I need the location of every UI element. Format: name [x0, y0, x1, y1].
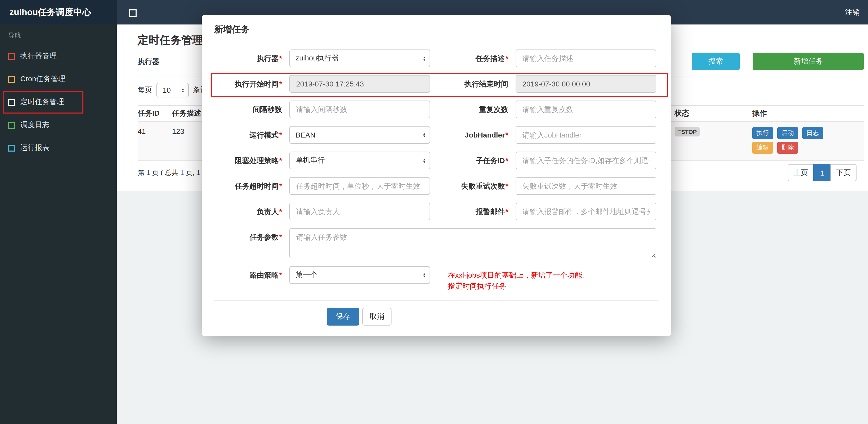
- end-time-input[interactable]: 2019-07-30 00:00:00: [516, 75, 656, 93]
- form-row: 执行器 zuihou执行器 ▲▼ 任务描述: [214, 50, 658, 67]
- retry-count-input[interactable]: [516, 177, 656, 195]
- prev-page-button[interactable]: 上页: [788, 164, 814, 181]
- interval-input[interactable]: [289, 101, 430, 118]
- select-arrows-icon: ▲▼: [423, 56, 426, 61]
- route-strategy-label: 路由策略: [214, 266, 282, 284]
- start-time-input[interactable]: 2019-07-30 17:25:43: [289, 75, 430, 93]
- form-row: 负责人 报警邮件: [214, 203, 658, 220]
- job-param-textarea[interactable]: [289, 228, 656, 258]
- save-button[interactable]: 保存: [327, 308, 359, 326]
- square-outline-icon: [8, 76, 15, 83]
- route-strategy-select[interactable]: 第一个 ▲▼: [289, 266, 430, 284]
- block-strategy-select[interactable]: 单机串行 ▲▼: [289, 152, 430, 169]
- modal-divider: [214, 300, 658, 300]
- brand-title[interactable]: zuihou任务调度中心: [0, 0, 117, 25]
- add-task-button[interactable]: 新增任务: [753, 53, 864, 70]
- sidebar-item-timed-task-manage[interactable]: 定时任务管理: [0, 91, 117, 113]
- action-buttons-line1: 执行 启动 日志: [752, 128, 825, 136]
- form-row: 间隔秒数 重复次数: [214, 101, 658, 118]
- run-mode-select-value: BEAN: [296, 131, 315, 139]
- form-row: 任务参数: [214, 228, 658, 258]
- alarm-email-input[interactable]: [516, 203, 656, 220]
- job-handler-label: JobHandler: [430, 126, 508, 144]
- square-outline-icon: [8, 53, 15, 60]
- header-status: 状态: [675, 109, 752, 118]
- executor-filter-label: 执行器: [137, 53, 159, 70]
- modal-title: 新增任务: [214, 24, 658, 36]
- app-root: zuihou任务调度中心 注销 导航 执行器管理 Cron任务管理 定时任务管理…: [0, 0, 868, 424]
- next-page-button[interactable]: 下页: [831, 164, 857, 181]
- author-input[interactable]: [289, 203, 430, 220]
- run-mode-select[interactable]: BEAN ▲▼: [289, 126, 430, 144]
- author-label: 负责人: [214, 203, 282, 220]
- repeat-count-input[interactable]: [516, 101, 656, 118]
- select-arrows-icon: ▲▼: [423, 272, 426, 278]
- child-job-id-label: 子任务ID: [430, 152, 508, 169]
- cell-status: □STOP: [675, 127, 752, 136]
- select-arrows-icon: ▲▼: [423, 132, 426, 138]
- log-button[interactable]: 日志: [802, 127, 823, 139]
- per-page-value: 10: [163, 86, 171, 94]
- run-button[interactable]: 执行: [752, 127, 773, 139]
- sidebar-item-schedule-log[interactable]: 调度日志: [0, 113, 117, 136]
- delete-button[interactable]: 删除: [777, 142, 798, 154]
- square-outline-icon: [8, 122, 15, 128]
- sidebar-item-run-report[interactable]: 运行报表: [0, 136, 117, 159]
- timeout-input[interactable]: [289, 177, 430, 195]
- start-button[interactable]: 启动: [777, 127, 798, 139]
- feature-note-line1: 在xxl-jobs项目的基础上，新增了一个功能:: [448, 270, 584, 281]
- executor-select[interactable]: zuihou执行器 ▲▼: [289, 50, 430, 67]
- sidebar-toggle-icon[interactable]: [129, 9, 136, 17]
- sidebar-item-label: 调度日志: [20, 120, 50, 130]
- status-badge-icon: □: [678, 129, 681, 135]
- sidebar-item-label: 执行器管理: [20, 52, 57, 61]
- sidebar-item-label: Cron任务管理: [20, 74, 65, 84]
- sidebar-item-executor-manage[interactable]: 执行器管理: [0, 45, 117, 68]
- job-handler-input[interactable]: [516, 126, 656, 144]
- repeat-count-label: 重复次数: [430, 101, 508, 118]
- sidebar-item-label: 运行报表: [20, 143, 50, 153]
- edit-button[interactable]: 编辑: [752, 142, 773, 154]
- status-badge: □STOP: [675, 127, 700, 136]
- job-desc-input[interactable]: [516, 50, 656, 67]
- interval-label: 间隔秒数: [214, 101, 282, 118]
- cell-task-id: 41: [137, 127, 172, 135]
- form-row: 执行开始时间 2019-07-30 17:25:43 执行结束时间 2019-0…: [214, 75, 658, 93]
- form-row: 阻塞处理策略 单机串行 ▲▼ 子任务ID: [214, 152, 658, 169]
- status-badge-label: STOP: [681, 129, 697, 135]
- executor-label: 执行器: [214, 50, 282, 67]
- search-button[interactable]: 搜索: [692, 53, 740, 70]
- timeout-label: 任务超时时间: [214, 177, 282, 195]
- per-page-prefix: 每页: [137, 86, 152, 95]
- modal-actions: 保存 取消: [327, 308, 658, 326]
- sidebar-section-label: 导航: [0, 25, 117, 45]
- job-desc-label: 任务描述: [430, 50, 508, 67]
- feature-note-line2: 指定时间执行任务: [448, 281, 584, 292]
- logout-link[interactable]: 注销: [845, 0, 860, 25]
- form-row: 运行模式 BEAN ▲▼ JobHandler: [214, 126, 658, 144]
- form-row: 任务超时时间 失败重试次数: [214, 177, 658, 195]
- block-strategy-select-value: 单机串行: [296, 156, 325, 165]
- form-row: 路由策略 第一个 ▲▼ 在xxl-jobs项目的基础上，新增了一个功能: 指定时…: [214, 266, 658, 292]
- retry-count-label: 失败重试次数: [430, 177, 508, 195]
- job-param-label: 任务参数: [214, 228, 282, 246]
- run-mode-label: 运行模式: [214, 126, 282, 144]
- page-1-button[interactable]: 1: [813, 164, 831, 181]
- add-task-modal: 新增任务 执行器 zuihou执行器 ▲▼ 任务描述 执行开始时间 2019-0…: [202, 15, 671, 336]
- child-job-id-input[interactable]: [516, 152, 656, 169]
- feature-note: 在xxl-jobs项目的基础上，新增了一个功能: 指定时间执行任务: [448, 266, 584, 292]
- executor-select-value: zuihou执行器: [296, 54, 339, 63]
- square-outline-icon: [8, 144, 15, 151]
- header-actions: 操作: [752, 109, 864, 118]
- sidebar-item-cron-task-manage[interactable]: Cron任务管理: [0, 68, 117, 91]
- select-arrows-icon: ▲▼: [423, 158, 426, 163]
- pagination: 上页 1 下页: [788, 164, 857, 181]
- cell-actions: 执行 启动 日志 编辑 删除: [752, 127, 864, 154]
- cancel-button[interactable]: 取消: [362, 308, 392, 326]
- per-page-select[interactable]: 10 ▲▼: [156, 83, 189, 97]
- header-task-id: 任务ID: [137, 109, 172, 118]
- sidebar-item-label: 定时任务管理: [20, 97, 64, 107]
- alarm-email-label: 报警邮件: [430, 203, 508, 220]
- sidebar: 导航 执行器管理 Cron任务管理 定时任务管理 调度日志 运行报表: [0, 25, 117, 424]
- square-outline-icon: [8, 99, 15, 105]
